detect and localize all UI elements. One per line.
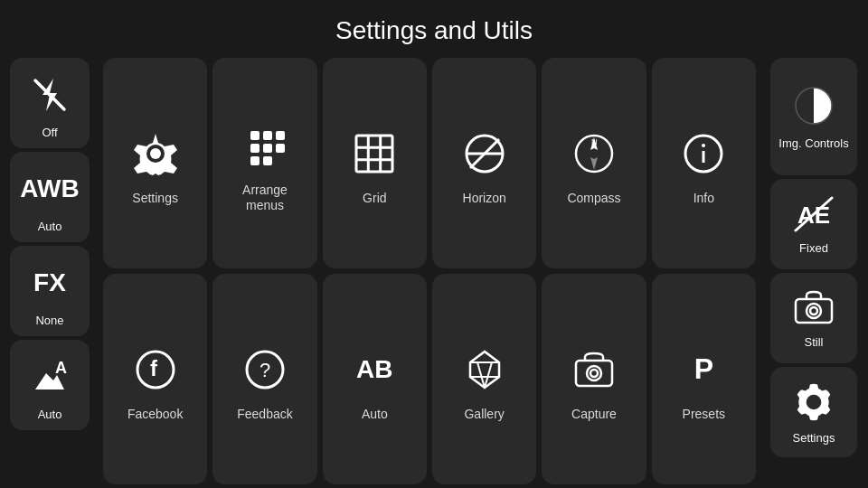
grid-item-gallery[interactable]: Gallery: [432, 274, 536, 484]
svg-text:f: f: [150, 356, 158, 380]
grid-grid-label: Grid: [363, 191, 386, 205]
main-grid: Settings Arra: [99, 54, 760, 488]
svg-line-38: [485, 352, 499, 362]
svg-rect-15: [356, 136, 392, 172]
ae-fixed-icon: AE: [794, 194, 834, 238]
grid-horizon-label: Horizon: [463, 191, 506, 205]
sidebar-item-fx[interactable]: FX None: [10, 246, 90, 336]
svg-rect-9: [250, 156, 259, 165]
sidebar-item-auto-wb[interactable]: AWB Auto: [10, 152, 90, 242]
info-icon: [680, 122, 727, 185]
grid-item-settings[interactable]: Settings: [103, 58, 207, 268]
page-title: Settings and Utils: [0, 0, 868, 54]
grid-capture-label: Capture: [571, 407, 617, 421]
sidebar-off-label: Off: [42, 126, 57, 139]
grid-item-presets[interactable]: P Presets: [652, 274, 756, 484]
right-item-fixed[interactable]: AE Fixed: [770, 179, 857, 269]
svg-rect-12: [263, 156, 272, 165]
svg-marker-34: [470, 352, 499, 388]
right-item-img-controls[interactable]: Img. Controls: [770, 58, 857, 175]
svg-point-51: [807, 394, 822, 409]
flash-off-icon: [30, 68, 70, 122]
compass-icon: N: [571, 122, 618, 185]
svg-rect-7: [250, 131, 259, 140]
grid-row-2: f Facebook ? Feedback AB: [103, 274, 756, 484]
left-sidebar: Off AWB Auto FX None A: [0, 54, 99, 488]
svg-point-50: [810, 307, 817, 314]
svg-rect-14: [276, 144, 285, 153]
svg-text:?: ?: [259, 359, 270, 381]
arrange-icon: [241, 114, 288, 177]
grid-row-1: Settings Arra: [103, 58, 756, 268]
grid-item-arrange[interactable]: Arrangemenus: [212, 58, 316, 268]
grid-gallery-label: Gallery: [464, 407, 504, 421]
capture-icon: [571, 338, 618, 401]
fx-icon: FX: [33, 256, 66, 310]
svg-point-43: [590, 370, 598, 377]
grid-item-feedback[interactable]: ? Feedback: [212, 274, 316, 484]
svg-line-37: [470, 352, 485, 362]
grid-facebook-label: Facebook: [127, 407, 183, 421]
right-sidebar: Img. Controls AE Fixed Stil: [760, 54, 868, 488]
right-settings-icon: [792, 380, 835, 427]
right-item-settings[interactable]: Settings: [770, 367, 857, 457]
right-settings-label: Settings: [793, 431, 835, 445]
presets-icon: P: [694, 338, 713, 401]
sidebar-item-off[interactable]: Off: [10, 58, 90, 148]
svg-point-28: [702, 144, 705, 147]
svg-rect-11: [263, 144, 272, 153]
scene-icon: A: [30, 350, 70, 404]
sidebar-fx-label: None: [35, 314, 63, 327]
sidebar-awb-label: Auto: [38, 220, 62, 233]
grid-auto-label: Auto: [362, 407, 388, 421]
svg-text:N: N: [591, 137, 598, 146]
sidebar-scene-label: Auto: [38, 408, 62, 421]
grid-icon: [351, 122, 398, 185]
right-item-still[interactable]: Still: [770, 273, 857, 363]
svg-point-6: [150, 148, 161, 159]
grid-item-horizon[interactable]: Horizon: [432, 58, 536, 268]
grid-item-compass[interactable]: N Compass: [542, 58, 646, 268]
grid-item-grid[interactable]: Grid: [323, 58, 427, 268]
svg-point-49: [807, 304, 821, 318]
svg-text:A: A: [55, 359, 67, 377]
grid-presets-label: Presets: [683, 407, 725, 421]
grid-compass-label: Compass: [567, 191, 620, 205]
grid-item-facebook[interactable]: f Facebook: [103, 274, 207, 484]
camera-still-icon: [792, 288, 835, 332]
right-still-label: Still: [805, 335, 824, 349]
horizon-icon: [461, 122, 508, 185]
settings-icon: [132, 122, 179, 185]
gallery-icon: [461, 338, 508, 401]
img-controls-icon: [790, 82, 837, 133]
feedback-icon: ?: [241, 338, 288, 401]
svg-marker-25: [590, 157, 598, 170]
grid-arrange-label: Arrangemenus: [242, 183, 288, 213]
svg-rect-13: [276, 131, 285, 140]
ab-icon: AB: [356, 338, 392, 401]
grid-feedback-label: Feedback: [237, 407, 292, 421]
awb-icon: AWB: [20, 162, 79, 216]
grid-info-label: Info: [693, 191, 714, 205]
svg-rect-41: [576, 361, 612, 386]
facebook-icon: f: [132, 338, 179, 401]
svg-rect-8: [250, 144, 259, 153]
grid-item-auto-text[interactable]: AB Auto: [323, 274, 427, 484]
right-fixed-label: Fixed: [799, 241, 828, 255]
svg-point-42: [587, 366, 601, 380]
grid-settings-label: Settings: [132, 191, 178, 205]
right-img-controls-label: Img. Controls: [778, 136, 848, 151]
grid-item-capture[interactable]: Capture: [542, 274, 646, 484]
svg-rect-10: [263, 131, 272, 140]
sidebar-item-scene[interactable]: A Auto: [10, 340, 90, 430]
grid-item-info[interactable]: Info: [652, 58, 756, 268]
